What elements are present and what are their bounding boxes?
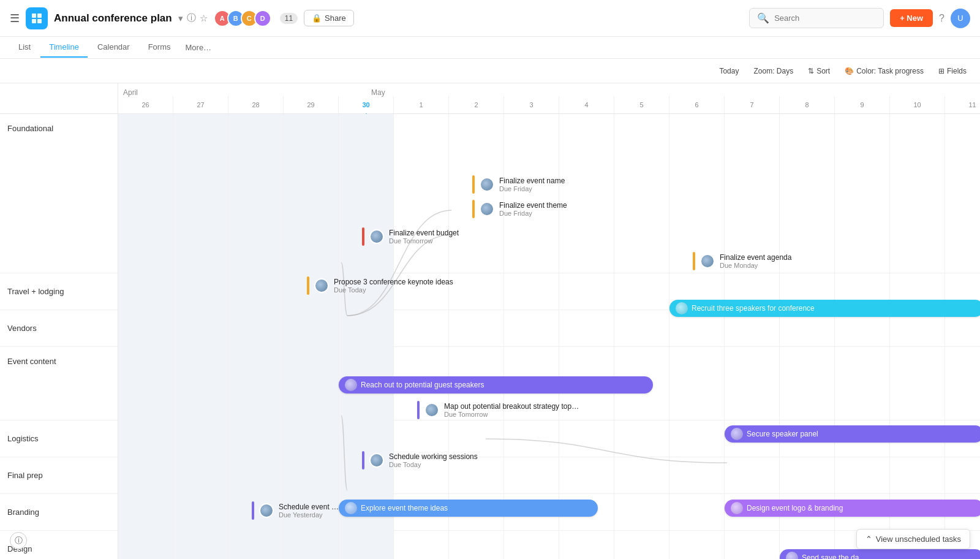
tab-more[interactable]: More… bbox=[181, 38, 217, 57]
milestone-finalize_theme[interactable]: Finalize event themeDue Friday bbox=[472, 200, 567, 218]
nav-right: 🔍 + New ? U bbox=[749, 8, 970, 28]
color-button[interactable]: 🎨 Color: Task progress bbox=[841, 65, 927, 77]
search-box[interactable]: 🔍 bbox=[749, 8, 884, 28]
top-nav: ☰ Annual conference plan ▾ ⓘ ☆ A B C D bbox=[0, 0, 980, 37]
row-label-branding[interactable]: Branding bbox=[0, 494, 118, 531]
app-container: ☰ Annual conference plan ▾ ⓘ ☆ A B C D bbox=[0, 0, 980, 559]
fields-button[interactable]: ⊞ Fields bbox=[935, 65, 970, 77]
task-bar-send_save[interactable]: Send save the da… bbox=[780, 549, 980, 559]
svg-rect-1 bbox=[37, 13, 42, 18]
task-bar-design_logo[interactable]: Design event logo & branding bbox=[725, 500, 980, 517]
info-badge[interactable]: ⓘ bbox=[10, 532, 27, 549]
avatar-4: D bbox=[254, 10, 271, 27]
color-icon: 🎨 bbox=[845, 67, 854, 75]
svg-rect-3 bbox=[37, 19, 42, 23]
milestone-schedule_sessions[interactable]: Schedule working sessionsDue Today bbox=[362, 451, 478, 470]
tab-calendar[interactable]: Calendar bbox=[89, 37, 138, 58]
svg-rect-0 bbox=[32, 13, 36, 18]
date-header: AprilMay26272829301234567891011 bbox=[118, 83, 980, 114]
row-label-final-prep[interactable]: Final prep bbox=[0, 457, 118, 494]
milestone-keynote[interactable]: Propose 3 conference keynote ideasDue To… bbox=[307, 276, 453, 295]
milestone-finalize_budget[interactable]: Finalize event budgetDue Tomorrow bbox=[362, 227, 459, 246]
title-actions: ▾ ⓘ ☆ bbox=[178, 12, 208, 24]
row-label-event-content[interactable]: Event content bbox=[0, 347, 118, 420]
task-bar-explore_theme[interactable]: Explore event theme ideas bbox=[339, 500, 598, 517]
row-labels-panel: Foundational Travel + lodging Vendors Ev… bbox=[0, 83, 118, 559]
app-icon bbox=[26, 7, 48, 29]
zoom-button[interactable]: Zoom: Days bbox=[750, 65, 797, 77]
grid-body: Finalize event nameDue FridayFinalize ev… bbox=[118, 114, 980, 559]
user-avatar[interactable]: U bbox=[951, 9, 970, 28]
timeline-toolbar: Today Zoom: Days ⇅ Sort 🎨 Color: Task pr… bbox=[0, 59, 980, 83]
new-button[interactable]: + New bbox=[890, 9, 933, 27]
task-bar-reach_out[interactable]: Reach out to potential guest speakers bbox=[339, 376, 653, 394]
milestone-finalize_agenda[interactable]: Finalize event agendaDue Monday bbox=[693, 252, 791, 270]
row-label-vendors[interactable]: Vendors bbox=[0, 310, 118, 347]
task-bar-recruit_speakers[interactable]: Recruit three speakers for conference bbox=[669, 300, 980, 317]
search-icon: 🔍 bbox=[757, 12, 769, 24]
tab-bar: List Timeline Calendar Forms More… bbox=[0, 37, 980, 59]
milestone-schedule_event[interactable]: Schedule event …Due Yesterday bbox=[252, 501, 339, 520]
milestone-map_out[interactable]: Map out potential breakout strategy top…… bbox=[417, 401, 579, 419]
timeline-grid: AprilMay26272829301234567891011 Finalize… bbox=[118, 83, 980, 559]
milestone-finalize_name[interactable]: Finalize event nameDue Friday bbox=[472, 175, 565, 194]
today-button[interactable]: Today bbox=[715, 65, 742, 77]
chevron-up-icon: ⌃ bbox=[865, 534, 872, 544]
svg-rect-2 bbox=[32, 19, 36, 23]
lock-icon: 🔒 bbox=[312, 13, 322, 23]
sort-button[interactable]: ⇅ Sort bbox=[804, 65, 834, 77]
dropdown-icon[interactable]: ▾ bbox=[178, 13, 183, 24]
tab-forms[interactable]: Forms bbox=[140, 37, 179, 58]
tab-timeline[interactable]: Timeline bbox=[40, 37, 88, 58]
menu-icon[interactable]: ☰ bbox=[10, 12, 20, 25]
fields-icon: ⊞ bbox=[938, 67, 944, 75]
row-label-travel[interactable]: Travel + lodging bbox=[0, 273, 118, 310]
label-header bbox=[0, 83, 118, 114]
share-button[interactable]: 🔒 Share bbox=[304, 10, 354, 26]
row-label-logistics[interactable]: Logistics bbox=[0, 420, 118, 457]
row-label-foundational[interactable]: Foundational bbox=[0, 114, 118, 273]
timeline-main: Foundational Travel + lodging Vendors Ev… bbox=[0, 83, 980, 559]
info-icon[interactable]: ⓘ bbox=[187, 12, 196, 24]
unscheduled-tasks-button[interactable]: ⌃ View unscheduled tasks bbox=[856, 529, 970, 549]
sort-icon: ⇅ bbox=[808, 67, 814, 75]
project-title: Annual conference plan bbox=[54, 12, 172, 25]
task-bar-secure_panel[interactable]: Secure speaker panel bbox=[725, 425, 980, 443]
nav-left: ☰ Annual conference plan ▾ ⓘ ☆ A B C D bbox=[10, 7, 354, 29]
member-count[interactable]: 11 bbox=[280, 13, 298, 24]
tab-list[interactable]: List bbox=[10, 37, 39, 58]
member-avatars: A B C D bbox=[214, 10, 271, 27]
help-icon[interactable]: ? bbox=[939, 13, 944, 24]
star-icon[interactable]: ☆ bbox=[200, 13, 208, 24]
search-input[interactable] bbox=[774, 13, 866, 23]
